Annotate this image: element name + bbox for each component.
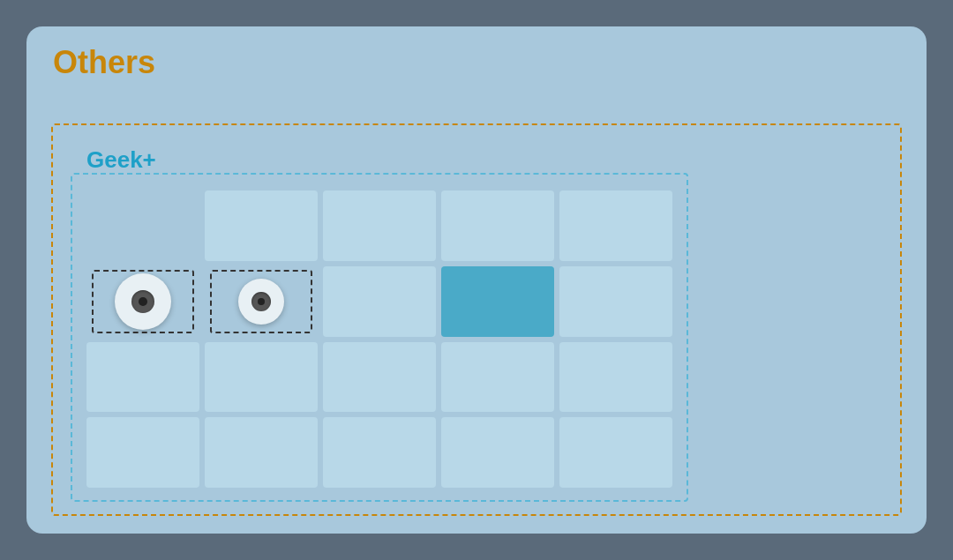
robot-cell-1 [86, 266, 199, 337]
grid-cell-r3-c0 [86, 417, 199, 488]
outer-card: Others Geek+ [26, 26, 927, 534]
others-label: Others [53, 44, 905, 81]
grid-cell-r2-c0 [86, 342, 199, 413]
grid-cell-r2-c3 [441, 342, 554, 413]
warehouse-grid [86, 190, 672, 488]
robot-2-wrapper [210, 270, 311, 333]
robot-1-wrapper [92, 270, 193, 333]
robot-cell-2 [205, 266, 318, 337]
robot-1-pupil [139, 297, 147, 306]
robot-2-body [238, 279, 284, 325]
grid-cell-r1-c2 [323, 266, 436, 337]
robot-1-eye [131, 290, 154, 313]
grid-cell-r0-c0 [86, 190, 199, 261]
grid-cell-r3-c2 [323, 417, 436, 488]
grid-cell-r0-c2 [323, 190, 436, 261]
grid-cell-r2-c4 [559, 342, 672, 413]
geek-label: Geek+ [86, 146, 156, 174]
grid-cell-r2-c2 [323, 342, 436, 413]
grid-cell-r0-c1 [205, 190, 318, 261]
grid-cell-r0-c3 [441, 190, 554, 261]
robot-2-eye [251, 292, 271, 311]
grid-cell-r0-c4 [559, 190, 672, 261]
grid-cell-r1-c4 [559, 266, 672, 337]
grid-cell-r3-c4 [559, 417, 672, 488]
grid-cell-r2-c1 [205, 342, 318, 413]
robot-2-pupil [258, 298, 265, 305]
grid-cell-r3-c3 [441, 417, 554, 488]
grid-cell-r1-c3-highlighted [441, 266, 554, 337]
robot-1-body [115, 273, 171, 330]
grid-cell-r3-c1 [205, 417, 318, 488]
